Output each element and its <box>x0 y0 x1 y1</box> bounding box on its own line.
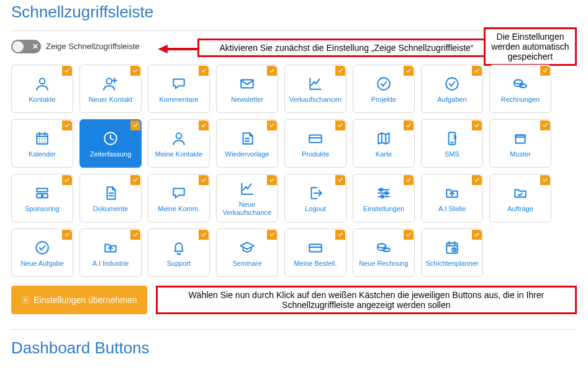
tile-projekte[interactable]: Projekte <box>353 65 415 113</box>
close-icon: ✕ <box>32 43 38 50</box>
envelope-icon <box>238 75 256 93</box>
checkmark-icon <box>472 120 482 130</box>
tile-schichtenplanner[interactable]: Schichtenplanner <box>421 229 483 277</box>
checkmark-icon <box>540 175 550 185</box>
tile-label: Neue Verkaufschance <box>217 201 278 216</box>
folder-check-icon <box>511 184 530 202</box>
person-plus-icon <box>101 75 120 93</box>
checkmark-icon <box>540 66 550 76</box>
sliders-icon <box>374 184 393 202</box>
calendar-clock-icon <box>443 238 461 257</box>
tile-label: Muster <box>507 150 533 158</box>
tile-meine-komm-[interactable]: Meine Komm. <box>148 174 210 222</box>
graduation-icon <box>238 238 256 257</box>
apply-button[interactable]: Einstellungen übernehmen <box>11 286 147 314</box>
tile-label: Verkaufschancen <box>287 96 344 104</box>
check-circle-icon <box>374 75 393 93</box>
box-icon <box>511 129 530 148</box>
svg-rect-16 <box>43 194 48 198</box>
chart-icon <box>306 75 325 93</box>
tile-newsletter[interactable]: Newsletter <box>216 65 278 113</box>
tile-support[interactable]: Support <box>148 229 210 277</box>
checkmark-icon <box>335 230 345 240</box>
svg-point-20 <box>36 242 48 254</box>
svg-point-26 <box>24 299 27 301</box>
tile-label: Wiedervorlage <box>223 150 272 158</box>
card-icon <box>306 129 325 148</box>
speech-icon <box>170 184 188 202</box>
checkmark-icon <box>130 230 140 240</box>
checkmark-icon <box>335 66 345 76</box>
person-icon <box>170 129 188 148</box>
svg-point-3 <box>378 78 390 90</box>
tile-kommentare[interactable]: Kommentare <box>148 65 210 113</box>
tile-a-i-stelle[interactable]: A.I Stelle <box>421 174 483 222</box>
tile-label: Aufträge <box>505 205 536 213</box>
tile-label: Sponsoring <box>22 205 62 213</box>
clock-icon <box>101 129 120 148</box>
tile-neue-rechnung[interactable]: Neue Rechnung <box>353 229 415 277</box>
callout-saved: Die Einstellungen werden automatisch ges… <box>484 27 577 66</box>
tile-neuer-kontakt[interactable]: Neuer Kontakt <box>79 65 142 113</box>
coins-icon <box>374 238 393 257</box>
checkmark-icon <box>267 66 277 76</box>
checkmark-icon <box>404 66 414 76</box>
folder-in-icon <box>443 184 461 202</box>
tile-zeiterfassung[interactable]: Zeiterfassung <box>79 119 142 168</box>
arrow-icon <box>158 45 168 53</box>
tile-auftr-ge[interactable]: Aufträge <box>489 174 551 222</box>
tile-verkaufschancen[interactable]: Verkaufschancen <box>284 65 346 113</box>
tile-kalender[interactable]: Kalender <box>11 119 73 168</box>
checkmark-icon <box>199 230 209 240</box>
tile-einstellungen[interactable]: Einstellungen <box>353 174 415 222</box>
checkmark-icon <box>130 120 140 130</box>
tile-rechnungen[interactable]: Rechnungen <box>489 65 551 113</box>
svg-rect-21 <box>309 244 322 251</box>
svg-rect-15 <box>37 194 42 198</box>
tile-muster[interactable]: Muster <box>489 119 551 168</box>
show-quickbar-toggle[interactable]: ✕ <box>11 40 41 53</box>
check-circle-icon <box>33 238 52 257</box>
tile-neue-verkaufschance[interactable]: Neue Verkaufschance <box>216 174 278 222</box>
checkmark-icon <box>267 120 277 130</box>
toggle-row: ✕ Zeige Schnellzugriffsleiste Aktivieren… <box>11 40 577 53</box>
tile-sms[interactable]: SMS <box>421 119 483 168</box>
coins-icon <box>511 75 530 93</box>
tile-logout[interactable]: Logout <box>284 174 346 222</box>
tile-seminare[interactable]: Seminare <box>216 229 278 277</box>
checkmark-icon <box>404 230 414 240</box>
tile-dokumente[interactable]: Dokumente <box>79 174 142 222</box>
divider <box>11 329 577 330</box>
tile-produkte[interactable]: Produkte <box>284 119 346 168</box>
tile-sponsoring[interactable]: Sponsoring <box>11 174 73 222</box>
apply-row: Einstellungen übernehmen Wählen Sie nun … <box>11 286 577 314</box>
tile-a-i-industrie[interactable]: A.I Industrie <box>79 229 142 277</box>
chart-icon <box>238 179 256 198</box>
svg-point-9 <box>176 133 182 138</box>
tile-label: Seminare <box>230 260 264 268</box>
checkmark-icon <box>62 175 72 185</box>
tile-meine-bestell-[interactable]: Meine Bestell. <box>284 229 346 277</box>
checkmark-icon <box>267 175 277 185</box>
tile-kontakte[interactable]: Kontakte <box>11 65 73 113</box>
apply-button-label: Einstellungen übernehmen <box>34 295 137 305</box>
checkmark-icon <box>267 230 277 240</box>
tile-meine-kontakte[interactable]: Meine Kontakte <box>148 119 210 168</box>
svg-point-1 <box>107 78 112 84</box>
checkmark-icon <box>199 66 209 76</box>
tile-label: Meine Kontakte <box>153 150 205 158</box>
tile-neue-aufgabe[interactable]: Neue Aufgabe <box>11 229 73 277</box>
page-title: Schnellzugriffsleiste <box>11 2 577 22</box>
tile-karte[interactable]: Karte <box>353 119 415 168</box>
svg-rect-13 <box>515 135 525 137</box>
svg-rect-12 <box>515 135 525 143</box>
tile-label: Produkte <box>299 150 332 158</box>
checkmark-icon <box>62 66 72 76</box>
checkmark-icon <box>130 66 140 76</box>
checkmark-icon <box>472 66 482 76</box>
tile-label: Logout <box>302 205 328 213</box>
tile-aufgaben[interactable]: Aufgaben <box>421 65 483 113</box>
toggle-knob <box>12 41 24 52</box>
folder-in-icon <box>101 238 120 257</box>
tile-wiedervorlage[interactable]: Wiedervorlage <box>216 119 278 168</box>
